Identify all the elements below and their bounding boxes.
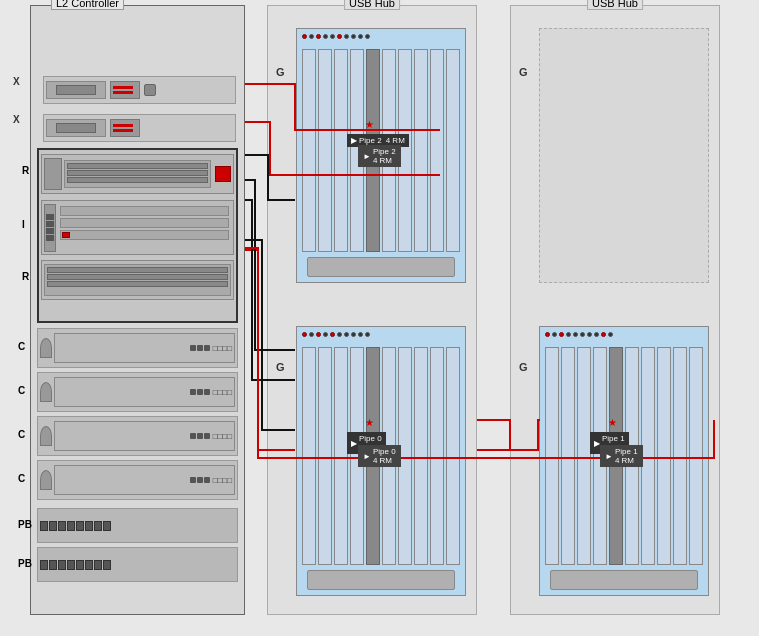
g-label-hub2-bottom: G [519,361,528,373]
hub2-top-placeholder [539,28,709,283]
usb-hub-1-label: USB Hub [344,0,400,10]
pipe0-overlay-label: ► Pipe 0 4 RM [358,445,401,467]
l2-controller-box: L2 Controller X X [30,5,245,615]
pipe1-overlay-label: ► Pipe 1 4 RM [600,445,643,467]
x-label-1: X [13,76,20,87]
g-label-hub1-top: G [276,66,285,78]
main-diagram: L2 Controller X X [0,0,759,636]
g-label-hub2-top: G [519,66,528,78]
l2-controller-label: L2 Controller [51,0,124,10]
usb-hub-2-container: USB Hub G G [510,5,720,615]
usb-hub-1-container: USB Hub G [267,5,477,615]
x-label-2: X [13,114,20,125]
g-label-hub1-bottom: G [276,361,285,373]
usb-hub-2-label: USB Hub [587,0,643,10]
pipe2-overlay-label: ► Pipe 2 4 RM [358,145,401,167]
